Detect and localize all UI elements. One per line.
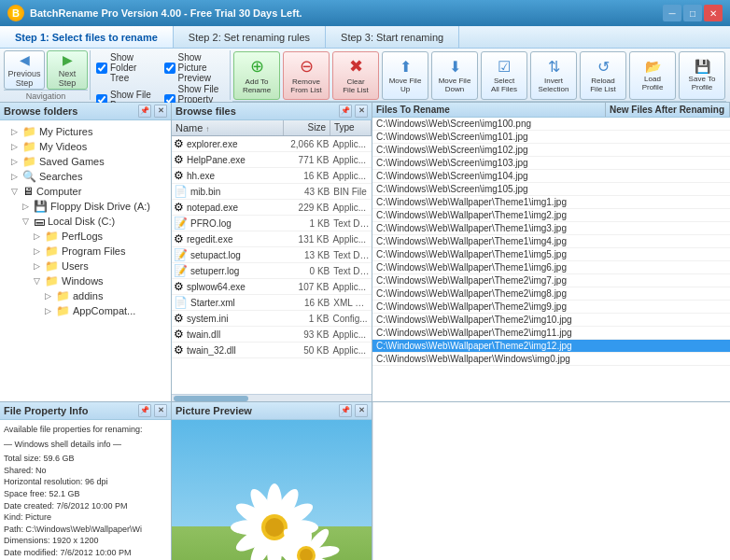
step-1[interactable]: Step 1: Select files to rename [0, 26, 174, 48]
list-item[interactable]: C:\Windows\Web\Wallpaper\Theme1\img1.jpg [372, 196, 730, 209]
nav-buttons: ◀ PreviousStep ▶ NextStep [4, 50, 88, 90]
files-panel-pin[interactable]: 📌 [339, 105, 352, 118]
list-item[interactable]: C:\Windows\Web\Wallpaper\Theme2\img7.jpg [372, 274, 730, 287]
tree-item[interactable]: ▷ 📁 My Videos [4, 139, 167, 154]
tree-program-files[interactable]: ▷ 📁 Program Files [4, 244, 167, 259]
load-profile-button[interactable]: 📂 LoadProfile [629, 51, 676, 100]
folder-tree: ▷ 📁 My Pictures ▷ 📁 My Videos ▷ 📁 Saved … [0, 120, 171, 401]
list-item[interactable]: C:\Windows\Web\Screen\img101.jpg [372, 131, 730, 144]
tree-perflogs[interactable]: ▷ 📁 PerfLogs [4, 229, 167, 244]
file-list: ⚙ explorer.exe 2,066 KB Applic... ⚙ Help… [172, 136, 372, 394]
maximize-button[interactable]: □ [683, 5, 702, 21]
tree-users[interactable]: ▷ 📁 Users [4, 259, 167, 273]
list-item[interactable]: C:\Windows\Web\Wallpaper\Theme1\img2.jpg [372, 209, 730, 222]
tree-windows[interactable]: ▽ 📁 Windows [4, 273, 167, 288]
list-item[interactable]: C:\Windows\Web\Wallpaper\Theme2\img11.jp… [372, 327, 730, 340]
move-down-icon: ⬇ [449, 58, 461, 76]
tree-floppy[interactable]: ▷ 💾 Floppy Disk Drive (A:) [4, 199, 167, 214]
clear-file-list-button[interactable]: ✖ ClearFile List [332, 51, 379, 100]
rename-header: Files To Rename New Files After Renaming [372, 103, 730, 118]
move-file-up-button[interactable]: ⬆ Move FileUp [382, 51, 428, 100]
col-size-header[interactable]: Size [284, 120, 330, 135]
list-item[interactable]: C:\Windows\Web\Wallpaper\Windows\img0.jp… [372, 353, 730, 366]
col-name-header[interactable]: Name ↑ [172, 120, 284, 135]
list-item[interactable]: 📄 Starter.xml 16 KB XML Doc... [172, 295, 372, 311]
list-item[interactable]: C:\Windows\Web\Screen\img105.jpg [372, 183, 730, 196]
property-info-header: File Property Info 📌 ✕ [0, 402, 171, 420]
list-item[interactable]: C:\Windows\Web\Screen\img100.png [372, 118, 730, 131]
move-file-down-button[interactable]: ⬇ Move FileDown [431, 51, 478, 100]
tree-addins[interactable]: ▷ 📁 addins [4, 288, 167, 303]
list-item[interactable]: C:\Windows\Web\Wallpaper\Theme1\img6.jpg [372, 261, 730, 274]
list-item[interactable]: ⚙ hh.exe 16 KB Applic... [172, 168, 372, 184]
list-item[interactable]: ⚙ notepad.exe 229 KB Applic... [172, 200, 372, 216]
tree-item[interactable]: ▷ 📁 Saved Games [4, 154, 167, 169]
folder-tree-checkbox[interactable] [96, 63, 107, 74]
add-to-rename-button[interactable]: ⊕ Add ToRename [233, 51, 280, 100]
list-item[interactable]: 📝 PFRO.log 1 KB Text Doc... [172, 216, 372, 231]
list-item[interactable]: ⚙ explorer.exe 2,066 KB Applic... [172, 136, 372, 152]
daisy-2-svg [260, 504, 353, 560]
prop-panel-pin[interactable]: 📌 [138, 404, 151, 417]
list-item[interactable]: ⚙ twain.dll 93 KB Applic... [172, 327, 372, 343]
list-item[interactable]: 📝 setupact.log 13 KB Text Do... [172, 247, 372, 263]
tree-local-disk[interactable]: ▽ 🖴 Local Disk (C:) [4, 214, 167, 229]
select-all-button[interactable]: ☑ SelectAll Files [481, 51, 527, 100]
save-profile-icon: 💾 [695, 59, 710, 74]
picture-preview-checkbox[interactable] [164, 63, 175, 74]
prop-panel-close[interactable]: ✕ [154, 404, 167, 417]
bottom-section: File Property Info 📌 ✕ Available file pr… [0, 401, 730, 560]
col-type-header[interactable]: Type [330, 120, 372, 135]
list-item[interactable]: 📝 setuperr.log 0 KB Text Do... [172, 263, 372, 279]
list-item[interactable]: ⚙ regedit.exe 131 KB Applic... [172, 231, 372, 247]
list-item[interactable]: 📄 mib.bin 43 KB BIN File [172, 184, 372, 200]
close-button[interactable]: ✕ [704, 5, 723, 21]
minimize-button[interactable]: ─ [663, 5, 681, 21]
list-item[interactable]: C:\Windows\Web\Screen\img104.jpg [372, 170, 730, 183]
action-buttons: ⊕ Add ToRename ⊖ RemoveFrom List ✖ Clear… [232, 50, 726, 101]
horizontal-scrollbar[interactable] [172, 394, 372, 401]
tree-appcompat[interactable]: ▷ 📁 AppCompat... [4, 303, 167, 318]
list-item[interactable]: C:\Windows\Web\Wallpaper\Theme2\img10.jp… [372, 314, 730, 327]
list-item[interactable]: C:\Windows\Web\Wallpaper\Theme2\img9.jpg [372, 301, 730, 314]
remove-from-list-button[interactable]: ⊖ RemoveFrom List [283, 51, 330, 100]
tree-computer[interactable]: ▽ 🖥 Computer [4, 184, 167, 199]
invert-selection-button[interactable]: ⇅ InvertSelection [530, 51, 577, 100]
new-files-col-header: New Files After Renaming [606, 103, 730, 117]
step-2[interactable]: Step 2: Set renaming rules [174, 26, 326, 48]
toolbar: ◀ PreviousStep ▶ NextStep Navigation Sho… [0, 49, 730, 103]
list-item[interactable]: C:\Windows\Web\Wallpaper\Theme1\img4.jpg [372, 235, 730, 248]
folder-panel-close[interactable]: ✕ [154, 105, 167, 118]
list-item[interactable]: ⚙ system.ini 1 KB Config... [172, 311, 372, 327]
tree-item[interactable]: ▷ 📁 My Pictures [4, 124, 167, 139]
window-title: BatchRename Pro Version 4.00 - Free Tria… [30, 7, 663, 19]
list-item[interactable]: C:\Windows\Web\Wallpaper\Theme2\img8.jpg [372, 287, 730, 301]
browse-folders-header: Browse folders 📌 ✕ [0, 103, 171, 120]
navigation-section: ◀ PreviousStep ▶ NextStep Navigation [2, 50, 91, 100]
list-item[interactable]: C:\Windows\Web\Screen\img103.jpg [372, 157, 730, 170]
previous-step-button[interactable]: ◀ PreviousStep [4, 50, 45, 90]
list-item[interactable]: C:\Windows\Web\Wallpaper\Theme1\img3.jpg [372, 222, 730, 235]
list-item[interactable]: ⚙ splwow64.exe 107 KB Applic... [172, 279, 372, 295]
rename-file-list: C:\Windows\Web\Screen\img100.png C:\Wind… [372, 118, 730, 401]
save-to-profile-button[interactable]: 💾 Save ToProfile [679, 51, 725, 100]
remove-icon: ⊖ [300, 56, 314, 77]
next-label: NextStep [59, 69, 77, 88]
title-bar: B BatchRename Pro Version 4.00 - Free Tr… [0, 0, 730, 26]
preview-panel-pin[interactable]: 📌 [339, 404, 352, 417]
file-list-header: Name ↑ Size Type [172, 120, 372, 136]
preview-panel-close[interactable]: ✕ [355, 404, 368, 417]
list-item-selected[interactable]: C:\Windows\Web\Wallpaper\Theme2\img12.jp… [372, 340, 730, 353]
prev-label: PreviousStep [7, 69, 40, 88]
reload-file-list-button[interactable]: ↺ ReloadFile List [580, 51, 626, 100]
tree-searches[interactable]: ▷ 🔍 Searches [4, 169, 167, 184]
list-item[interactable]: C:\Windows\Web\Wallpaper\Theme1\img5.jpg [372, 248, 730, 261]
picture-preview-panel: Picture Preview 📌 ✕ [172, 402, 372, 560]
files-panel-close[interactable]: ✕ [355, 105, 368, 118]
folder-panel-pin[interactable]: 📌 [138, 105, 151, 118]
next-step-button[interactable]: ▶ NextStep [47, 50, 88, 90]
list-item[interactable]: ⚙ HelpPane.exe 771 KB Applic... [172, 152, 372, 168]
list-item[interactable]: C:\Windows\Web\Screen\img102.jpg [372, 144, 730, 157]
list-item[interactable]: ⚙ twain_32.dll 50 KB Applic... [172, 343, 372, 358]
step-3[interactable]: Step 3: Start renaming [326, 26, 459, 48]
